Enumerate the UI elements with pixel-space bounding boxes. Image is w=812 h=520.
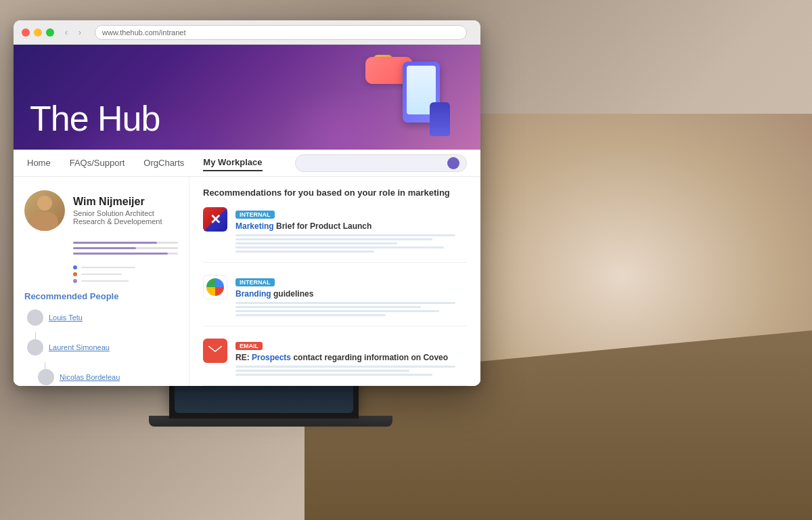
nav-home[interactable]: Home	[27, 155, 51, 171]
rec-title-3[interactable]: RE: Prospects contact regarding informat…	[235, 353, 467, 362]
rec-title-2[interactable]: Branding guidelines	[235, 289, 467, 299]
rec-title-1[interactable]: Marketing Brief for Product Launch	[235, 221, 467, 231]
connector-2	[45, 362, 45, 369]
person-name-nicolas[interactable]: Nicolas Bordeleau	[60, 373, 120, 381]
right-panel: Recommendations for you based on your ro…	[189, 177, 480, 386]
skill-bar-3	[73, 253, 178, 255]
user-role: Senior Solution Architect	[73, 209, 162, 217]
person-name-louis[interactable]: Louis Tetu	[49, 313, 83, 322]
nav-workplace[interactable]: My Workplace	[203, 154, 262, 171]
recommended-people-list: Louis Tetu Laurent Simoneau Nicolas Bord…	[24, 309, 178, 386]
minimize-button[interactable]	[34, 28, 42, 37]
user-department: Research & Developement	[73, 217, 162, 225]
person-item-louis: Louis Tetu	[24, 309, 178, 326]
avatar	[24, 190, 65, 231]
content-lines-3	[235, 366, 467, 376]
nav-bar: Home FAQs/Support OrgCharts My Workplace	[14, 150, 480, 177]
internal-badge-2: INTERNAL	[235, 278, 275, 286]
person-avatar-nicolas	[38, 369, 54, 385]
person-avatar-louis	[27, 309, 43, 326]
title-suffix-3: contact regarding information on Coveo	[293, 353, 448, 362]
person-item-laurent: Laurent Simoneau	[24, 339, 178, 355]
email-svg	[208, 346, 222, 355]
rec-item-prospects: EMAIL RE: Prospects contact regarding in…	[203, 339, 467, 386]
skill-bar-1	[73, 242, 178, 244]
internal-badge-1: INTERNAL	[235, 211, 275, 219]
nav-orgcharts[interactable]: OrgCharts	[143, 155, 184, 171]
person-avatar-laurent	[27, 339, 43, 355]
maximize-button[interactable]	[46, 28, 54, 37]
person-figure	[430, 102, 450, 136]
site-header: The Hub ▶	[14, 45, 480, 150]
rec-body-1: INTERNAL Marketing Brief for Product Lau…	[235, 207, 467, 253]
back-arrow[interactable]: ‹	[61, 27, 72, 38]
email-icon	[203, 339, 227, 363]
person-item-nicolas: Nicolas Bordeleau	[24, 369, 178, 385]
recommendations-title: Recommendations for you based on your ro…	[203, 188, 467, 198]
google-icon	[203, 275, 227, 299]
nav-arrows: ‹ ›	[61, 27, 85, 38]
skill-bars	[73, 242, 178, 255]
title-suffix-1: Brief for Product Launch	[276, 221, 371, 231]
rec-item-marketing-brief: ✕ INTERNAL Marketing Brief for Product L…	[203, 207, 467, 263]
email-badge: EMAIL	[235, 342, 263, 350]
skill-bar-2	[73, 247, 178, 249]
rec-item-branding: INTERNAL Branding guidelines	[203, 275, 467, 326]
coveo-logo: ✕	[210, 211, 221, 228]
site-title: The Hub	[30, 98, 160, 139]
rec-body-3: EMAIL RE: Prospects contact regarding in…	[235, 339, 467, 376]
user-profile: Wim Nijmeijer Senior Solution Architect …	[24, 190, 178, 231]
address-bar[interactable]: www.thehub.com/intranet	[95, 25, 467, 40]
user-name: Wim Nijmeijer	[73, 196, 162, 208]
dot-item-3	[73, 279, 178, 283]
connector-1	[35, 332, 36, 339]
nav-search-bar[interactable]	[295, 154, 468, 172]
rec-body-2: INTERNAL Branding guidelines	[235, 275, 467, 316]
recommended-people-title: Recommended People	[24, 291, 178, 301]
browser-window: ‹ › www.thehub.com/intranet The Hub ▶ Ho…	[14, 20, 480, 386]
highlight-branding: Branding	[235, 289, 271, 299]
content-lines-2	[235, 302, 467, 316]
google-logo	[206, 278, 224, 296]
forward-arrow[interactable]: ›	[74, 27, 85, 38]
dot-list	[73, 265, 178, 283]
browser-chrome: ‹ › www.thehub.com/intranet	[14, 20, 480, 45]
dot-item-1	[73, 265, 178, 269]
main-content: Wim Nijmeijer Senior Solution Architect …	[14, 177, 480, 386]
user-info: Wim Nijmeijer Senior Solution Architect …	[73, 196, 162, 225]
title-suffix-2: guidelines	[273, 289, 313, 299]
coveo-icon: ✕	[203, 207, 227, 232]
highlight-prospects: Prospects	[252, 353, 291, 362]
header-illustration: ▶	[345, 51, 453, 139]
title-prefix-3: RE:	[235, 353, 252, 362]
left-panel: Wim Nijmeijer Senior Solution Architect …	[14, 177, 189, 386]
nav-faqs[interactable]: FAQs/Support	[70, 155, 125, 171]
person-name-laurent[interactable]: Laurent Simoneau	[49, 343, 110, 351]
close-button[interactable]	[22, 28, 30, 37]
search-icon	[447, 157, 459, 169]
highlight-marketing: Marketing	[235, 221, 274, 231]
content-lines-1	[235, 234, 467, 253]
dot-item-2	[73, 272, 178, 276]
url-text: www.thehub.com/intranet	[102, 28, 186, 37]
